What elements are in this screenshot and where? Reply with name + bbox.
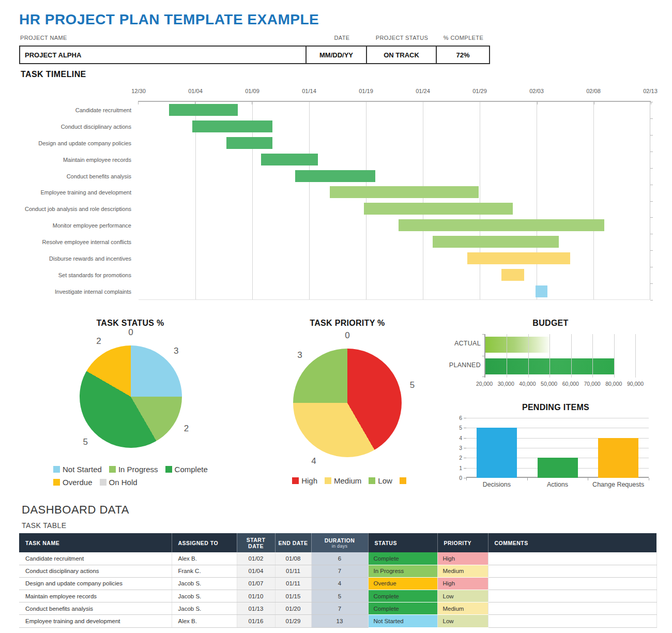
table-cell: Complete bbox=[368, 590, 437, 602]
pending-category-label: Change Requests bbox=[592, 481, 644, 488]
status-pie-chart: 32520 bbox=[80, 345, 182, 448]
percent-complete-label: % COMPLETE bbox=[437, 35, 490, 41]
table-cell: Maintain employee records bbox=[19, 590, 172, 602]
pending-bottom-tick bbox=[649, 478, 649, 480]
gantt-row: Candidate recruitment bbox=[19, 102, 650, 118]
gantt-bar bbox=[226, 137, 272, 149]
gantt-bar bbox=[536, 285, 547, 297]
status-legend: Not StartedIn ProgressCompleteOverdueOn … bbox=[53, 465, 224, 491]
gantt-track bbox=[135, 250, 650, 267]
budget-actual-label: ACTUAL bbox=[433, 340, 481, 347]
legend-swatch bbox=[109, 466, 116, 473]
pending-category-label: Actions bbox=[547, 481, 568, 488]
pending-y-tick-label: 4 bbox=[459, 435, 462, 441]
budget-tick-label: 70,000 bbox=[584, 381, 601, 387]
pie-value-label: 4 bbox=[311, 456, 316, 466]
legend-item: Complete bbox=[165, 465, 208, 474]
table-cell: 01/11 bbox=[275, 565, 311, 577]
table-cell bbox=[488, 552, 656, 565]
table-cell: Jacob S. bbox=[172, 590, 237, 602]
gantt-right-tick bbox=[650, 201, 653, 202]
pending-y-axis: 0123456 bbox=[449, 415, 462, 481]
gantt-rows: Candidate recruitmentConduct disciplinar… bbox=[19, 102, 650, 300]
budget-tick-label: 90,000 bbox=[627, 381, 644, 387]
table-cell: Low bbox=[437, 615, 488, 627]
table-cell bbox=[488, 577, 656, 590]
gantt-right-tick bbox=[650, 283, 653, 284]
pending-y-tick-label: 3 bbox=[459, 445, 462, 451]
table-cell: 01/15 bbox=[275, 590, 311, 602]
pending-axis-tick bbox=[464, 458, 466, 458]
gantt-axis-tick-label: 01/04 bbox=[188, 88, 203, 94]
pie-value-label: 0 bbox=[345, 330, 349, 341]
pending-axis-tick bbox=[464, 418, 466, 418]
table-cell: 01/16 bbox=[237, 615, 275, 627]
budget-gridline bbox=[528, 334, 529, 378]
table-cell bbox=[488, 602, 656, 615]
legend-item: High bbox=[292, 476, 317, 485]
gantt-right-tick bbox=[650, 300, 653, 300]
budget-tick-label: 80,000 bbox=[605, 381, 622, 387]
gantt-track bbox=[135, 217, 650, 234]
table-cell: Design and update company policies bbox=[19, 577, 172, 590]
gantt-bar bbox=[364, 203, 513, 215]
budget-gridline bbox=[507, 334, 507, 378]
budget-gridline bbox=[549, 334, 550, 378]
table-row: Conduct disciplinary actionsFrank C.01/0… bbox=[19, 565, 656, 577]
gantt-row: Disburse rewards and incentives bbox=[19, 250, 650, 267]
gantt-track bbox=[135, 234, 650, 250]
budget-tick-label: 40,000 bbox=[519, 381, 536, 387]
gantt-axis-tick-label: 02/08 bbox=[586, 88, 601, 94]
legend-swatch bbox=[400, 477, 406, 484]
gantt-row: Resolve employee internal conflicts bbox=[19, 234, 650, 250]
legend-label: Not Started bbox=[63, 465, 102, 474]
gantt-row: Design and update company policies bbox=[19, 135, 650, 152]
table-cell: Medium bbox=[437, 565, 488, 577]
gantt-row: Monitor employee performance bbox=[19, 217, 650, 234]
legend-row: Not StartedIn ProgressComplete bbox=[53, 465, 224, 474]
legend-item: Not Started bbox=[53, 465, 102, 474]
gantt-axis-tick-label: 01/24 bbox=[416, 88, 430, 94]
legend-swatch bbox=[53, 479, 60, 486]
gantt-right-tick bbox=[650, 152, 653, 152]
table-cell: 6 bbox=[311, 552, 368, 565]
pending-axis-tick bbox=[464, 448, 466, 448]
table-cell bbox=[488, 565, 656, 577]
project-info-table: PROJECT ALPHA MM/DD/YY ON TRACK 72% bbox=[19, 46, 490, 64]
pending-axis-tick bbox=[464, 428, 466, 428]
table-cell: 01/10 bbox=[237, 590, 275, 602]
percent-complete-value: 72% bbox=[436, 47, 489, 63]
pending-chart-title: PENDING ITEMS bbox=[496, 403, 615, 412]
priority-pie-chart: 5430 bbox=[293, 349, 402, 457]
gantt-task-label: Conduct disciplinary actions bbox=[19, 124, 135, 130]
pending-axis-tick bbox=[464, 468, 466, 469]
gantt-bar bbox=[169, 104, 238, 116]
project-name-label: PROJECT NAME bbox=[20, 35, 67, 41]
gantt-axis-tick-label: 01/29 bbox=[472, 88, 487, 94]
table-row: Candidate recruitmentAlex B.01/0201/086C… bbox=[19, 552, 656, 565]
pie-value-label: 5 bbox=[83, 437, 88, 447]
pending-x-axis: DecisionsActionsChange Requests bbox=[466, 481, 649, 489]
legend-swatch bbox=[165, 466, 172, 473]
budget-tick-label: 20,000 bbox=[476, 381, 493, 387]
legend-item: Low bbox=[369, 476, 392, 485]
gantt-task-label: Disburse rewards and incentives bbox=[19, 255, 135, 262]
table-header-cell: DURATIONin days bbox=[311, 533, 368, 552]
gantt-axis-tick-label: 02/13 bbox=[643, 88, 658, 94]
project-status-label: PROJECT STATUS bbox=[367, 35, 437, 41]
table-cell: Jacob S. bbox=[172, 602, 237, 615]
pending-category-label: Decisions bbox=[483, 481, 511, 488]
pending-bar bbox=[538, 458, 578, 478]
gantt-axis-tick-label: 01/19 bbox=[359, 88, 373, 94]
table-cell: Complete bbox=[368, 602, 437, 615]
table-cell: 7 bbox=[311, 602, 368, 615]
gantt-row: Investigate internal complaints bbox=[19, 283, 650, 300]
pending-y-tick-label: 5 bbox=[459, 425, 462, 431]
table-header-cell: COMMENTS bbox=[488, 533, 656, 552]
gantt-task-label: Conduct job analysis and role descriptio… bbox=[19, 206, 135, 212]
gantt-chart: 12/3001/0401/0901/1401/1901/2401/2902/03… bbox=[19, 88, 653, 302]
gantt-task-label: Investigate internal complaints bbox=[19, 289, 135, 295]
table-cell: Not Started bbox=[368, 615, 437, 627]
gantt-right-tick bbox=[650, 234, 653, 234]
pending-bar-chart bbox=[466, 418, 649, 478]
